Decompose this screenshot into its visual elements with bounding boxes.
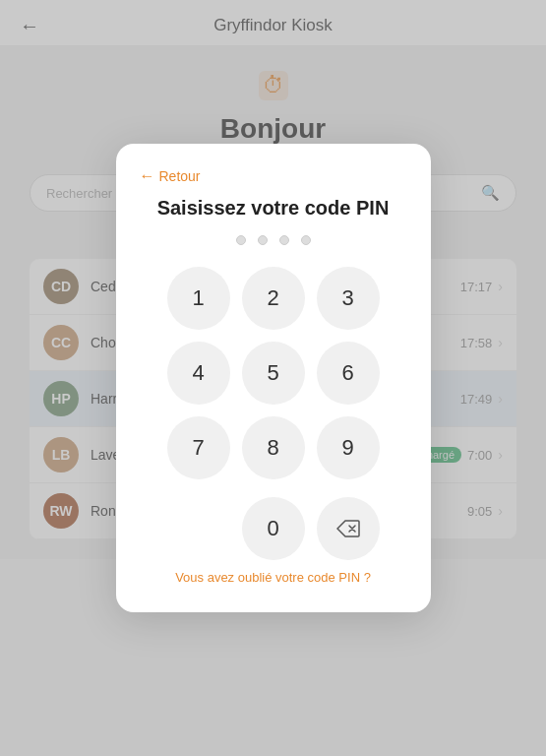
back-arrow-icon: ← [140, 167, 155, 185]
num-button-1[interactable]: 1 [167, 267, 230, 330]
num-button-empty [167, 497, 230, 560]
num-button-7[interactable]: 7 [167, 416, 230, 479]
num-button-delete[interactable] [317, 497, 380, 560]
numpad: 1 2 3 4 5 6 7 8 9 [167, 267, 380, 479]
modal-overlay: ← Retour Saisissez votre code PIN 1 2 3 … [0, 0, 546, 756]
pin-modal-title: Saisissez votre code PIN [157, 197, 390, 220]
num-button-9[interactable]: 9 [317, 416, 380, 479]
forgot-pin-link[interactable]: Vous avez oublié votre code PIN ? [175, 570, 371, 585]
pin-dot-2 [258, 235, 268, 245]
pin-dot-1 [236, 235, 246, 245]
modal-back-label: Retour [159, 168, 201, 184]
num-button-5[interactable]: 5 [242, 342, 305, 405]
pin-dot-3 [279, 235, 289, 245]
modal-back-button[interactable]: ← Retour [140, 167, 201, 185]
num-button-3[interactable]: 3 [317, 267, 380, 330]
pin-modal: ← Retour Saisissez votre code PIN 1 2 3 … [116, 144, 431, 612]
pin-dot-4 [301, 235, 311, 245]
num-button-4[interactable]: 4 [167, 342, 230, 405]
pin-dots [236, 235, 311, 245]
numpad-bottom-row: 0 [167, 497, 380, 560]
screen: ← Gryffindor Kiosk ⏱ Bonjour mar., 24 oc… [0, 0, 546, 756]
num-button-2[interactable]: 2 [242, 267, 305, 330]
num-button-6[interactable]: 6 [317, 342, 380, 405]
num-button-0[interactable]: 0 [242, 497, 305, 560]
num-button-8[interactable]: 8 [242, 416, 305, 479]
